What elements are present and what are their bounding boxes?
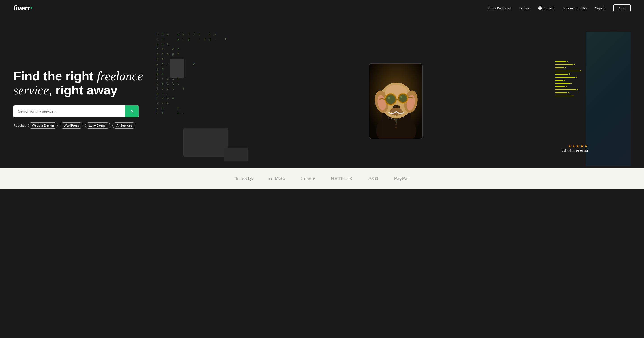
- hero-title-part1: Find the right: [14, 69, 97, 83]
- svg-point-21: [399, 95, 406, 102]
- hero-left: Find the right freelance service, right …: [14, 69, 143, 128]
- nav-fiverr-business[interactable]: Fiverr Business: [488, 6, 510, 10]
- hero-section: Find the right freelance service, right …: [0, 16, 644, 168]
- logo-meta: Meta: [268, 176, 285, 181]
- reviewer-card: ★★★★★ Valentina, AI Artist: [562, 144, 588, 153]
- trusted-logos: Meta Google NETFLIX P&G PayPal: [268, 176, 409, 181]
- tag-ai-services[interactable]: AI Services: [112, 122, 136, 129]
- search-input[interactable]: [14, 106, 125, 117]
- decorative-block-2: [170, 59, 184, 78]
- logo-paypal: PayPal: [394, 176, 409, 181]
- tag-logo-design[interactable]: Logo Design: [85, 122, 110, 129]
- logo-dot: [31, 7, 32, 9]
- bar-graph: [555, 61, 582, 96]
- svg-point-29: [395, 124, 397, 125]
- reviewer-name-prefix: Valentina,: [562, 149, 576, 153]
- search-icon: [130, 109, 134, 114]
- svg-point-20: [386, 95, 395, 104]
- logo-text: fiverr: [14, 4, 30, 12]
- search-button[interactable]: [125, 105, 139, 117]
- nav-language[interactable]: English: [538, 6, 554, 10]
- trusted-label: Trusted by:: [235, 177, 253, 181]
- svg-rect-24: [396, 99, 399, 100]
- nav-links: Fiverr Business Explore English Become a…: [488, 4, 630, 12]
- decorative-block-3: [224, 148, 248, 162]
- search-bar: [14, 105, 139, 117]
- popular-label: Popular:: [14, 124, 26, 127]
- dog-illustration: [370, 64, 422, 139]
- hero-title-italic: freelance: [97, 69, 143, 83]
- logo-google: Google: [300, 176, 315, 181]
- logo-pg: P&G: [368, 176, 378, 181]
- logo-netflix: NETFLIX: [331, 176, 352, 181]
- tag-website-design[interactable]: Website Design: [28, 122, 58, 129]
- dog-image: [369, 63, 422, 139]
- hero-title: Find the right freelance service, right …: [14, 69, 143, 97]
- edge-background: [586, 32, 630, 166]
- meta-infinity-icon: [268, 177, 274, 180]
- tag-wordpress[interactable]: WordPress: [60, 122, 83, 129]
- language-label: English: [544, 6, 554, 10]
- dog-card: [369, 63, 422, 139]
- reviewer-name-bold: AI Artist: [576, 149, 588, 153]
- stars: ★★★★★: [562, 144, 588, 149]
- svg-point-22: [388, 97, 390, 99]
- svg-point-26: [394, 106, 396, 107]
- matrix-background-text: t h e w o r l d i s c h a n g i n g . f …: [156, 32, 226, 116]
- globe-icon: [538, 6, 542, 10]
- nav-become-seller[interactable]: Become a Seller: [562, 6, 587, 10]
- logo[interactable]: fiverr: [14, 4, 32, 12]
- hero-title-part3: right away: [52, 83, 118, 97]
- join-button[interactable]: Join: [613, 4, 630, 12]
- sign-in-button[interactable]: Sign in: [595, 6, 605, 10]
- decorative-block-1: [183, 128, 228, 157]
- reviewer-name: Valentina, AI Artist: [562, 149, 588, 153]
- nav-explore[interactable]: Explore: [518, 6, 530, 10]
- navbar: fiverr Fiverr Business Explore English B…: [0, 0, 644, 16]
- popular-tags: Popular: Website Design WordPress Logo D…: [14, 122, 143, 129]
- hero-title-italic2: service,: [14, 83, 52, 97]
- trusted-section: Trusted by: Meta Google NETFLIX P&G PayP…: [0, 168, 644, 189]
- svg-point-23: [400, 96, 402, 98]
- svg-point-30: [395, 127, 397, 128]
- hero-right: t h e w o r l d i s c h a n g i n g . f …: [143, 32, 630, 166]
